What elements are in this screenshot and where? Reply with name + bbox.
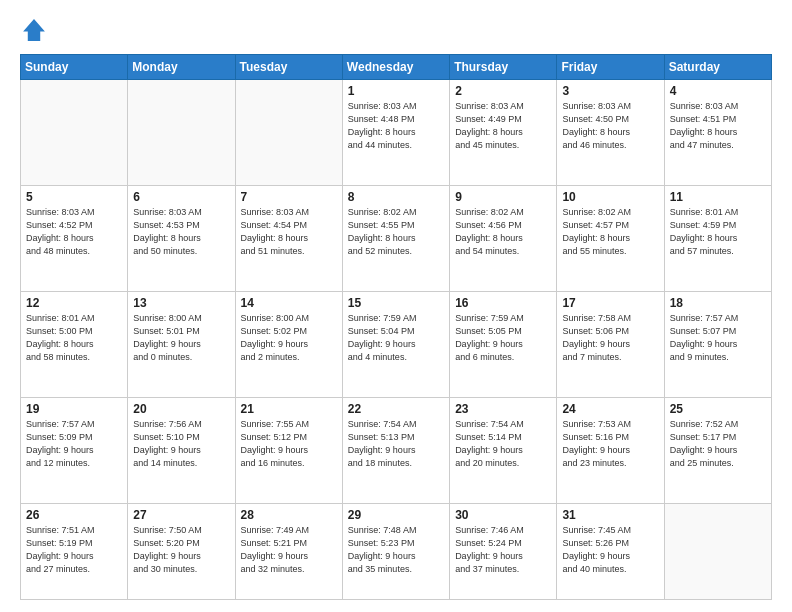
col-header-tuesday: Tuesday	[235, 55, 342, 80]
day-number: 16	[455, 296, 551, 310]
day-number: 11	[670, 190, 766, 204]
col-header-saturday: Saturday	[664, 55, 771, 80]
day-number: 21	[241, 402, 337, 416]
day-info: Sunrise: 8:03 AMSunset: 4:52 PMDaylight:…	[26, 206, 122, 258]
day-cell: 9Sunrise: 8:02 AMSunset: 4:56 PMDaylight…	[450, 185, 557, 291]
week-row-2: 5Sunrise: 8:03 AMSunset: 4:52 PMDaylight…	[21, 185, 772, 291]
day-cell: 15Sunrise: 7:59 AMSunset: 5:04 PMDayligh…	[342, 291, 449, 397]
day-cell: 7Sunrise: 8:03 AMSunset: 4:54 PMDaylight…	[235, 185, 342, 291]
day-number: 26	[26, 508, 122, 522]
day-cell: 1Sunrise: 8:03 AMSunset: 4:48 PMDaylight…	[342, 80, 449, 186]
day-cell	[235, 80, 342, 186]
day-info: Sunrise: 8:02 AMSunset: 4:56 PMDaylight:…	[455, 206, 551, 258]
day-number: 18	[670, 296, 766, 310]
day-info: Sunrise: 7:59 AMSunset: 5:05 PMDaylight:…	[455, 312, 551, 364]
day-number: 19	[26, 402, 122, 416]
col-header-monday: Monday	[128, 55, 235, 80]
day-cell: 8Sunrise: 8:02 AMSunset: 4:55 PMDaylight…	[342, 185, 449, 291]
day-number: 20	[133, 402, 229, 416]
day-cell: 4Sunrise: 8:03 AMSunset: 4:51 PMDaylight…	[664, 80, 771, 186]
day-cell: 28Sunrise: 7:49 AMSunset: 5:21 PMDayligh…	[235, 503, 342, 599]
column-headers: SundayMondayTuesdayWednesdayThursdayFrid…	[21, 55, 772, 80]
day-number: 8	[348, 190, 444, 204]
week-row-5: 26Sunrise: 7:51 AMSunset: 5:19 PMDayligh…	[21, 503, 772, 599]
day-cell: 6Sunrise: 8:03 AMSunset: 4:53 PMDaylight…	[128, 185, 235, 291]
col-header-friday: Friday	[557, 55, 664, 80]
day-info: Sunrise: 8:00 AMSunset: 5:02 PMDaylight:…	[241, 312, 337, 364]
day-info: Sunrise: 7:59 AMSunset: 5:04 PMDaylight:…	[348, 312, 444, 364]
day-number: 30	[455, 508, 551, 522]
day-info: Sunrise: 7:57 AMSunset: 5:09 PMDaylight:…	[26, 418, 122, 470]
day-cell: 31Sunrise: 7:45 AMSunset: 5:26 PMDayligh…	[557, 503, 664, 599]
col-header-thursday: Thursday	[450, 55, 557, 80]
day-number: 17	[562, 296, 658, 310]
day-number: 29	[348, 508, 444, 522]
day-number: 4	[670, 84, 766, 98]
day-cell: 27Sunrise: 7:50 AMSunset: 5:20 PMDayligh…	[128, 503, 235, 599]
day-cell: 2Sunrise: 8:03 AMSunset: 4:49 PMDaylight…	[450, 80, 557, 186]
day-info: Sunrise: 8:03 AMSunset: 4:50 PMDaylight:…	[562, 100, 658, 152]
day-cell: 13Sunrise: 8:00 AMSunset: 5:01 PMDayligh…	[128, 291, 235, 397]
day-info: Sunrise: 8:02 AMSunset: 4:55 PMDaylight:…	[348, 206, 444, 258]
day-number: 3	[562, 84, 658, 98]
logo-icon	[20, 16, 48, 44]
col-header-wednesday: Wednesday	[342, 55, 449, 80]
day-cell: 30Sunrise: 7:46 AMSunset: 5:24 PMDayligh…	[450, 503, 557, 599]
day-info: Sunrise: 7:57 AMSunset: 5:07 PMDaylight:…	[670, 312, 766, 364]
day-number: 10	[562, 190, 658, 204]
day-number: 13	[133, 296, 229, 310]
day-number: 2	[455, 84, 551, 98]
header	[20, 16, 772, 44]
day-cell: 18Sunrise: 7:57 AMSunset: 5:07 PMDayligh…	[664, 291, 771, 397]
day-number: 24	[562, 402, 658, 416]
day-cell: 10Sunrise: 8:02 AMSunset: 4:57 PMDayligh…	[557, 185, 664, 291]
day-info: Sunrise: 7:56 AMSunset: 5:10 PMDaylight:…	[133, 418, 229, 470]
day-info: Sunrise: 8:03 AMSunset: 4:51 PMDaylight:…	[670, 100, 766, 152]
day-cell: 12Sunrise: 8:01 AMSunset: 5:00 PMDayligh…	[21, 291, 128, 397]
day-number: 14	[241, 296, 337, 310]
week-row-4: 19Sunrise: 7:57 AMSunset: 5:09 PMDayligh…	[21, 397, 772, 503]
day-cell: 3Sunrise: 8:03 AMSunset: 4:50 PMDaylight…	[557, 80, 664, 186]
day-cell: 5Sunrise: 8:03 AMSunset: 4:52 PMDaylight…	[21, 185, 128, 291]
day-info: Sunrise: 8:03 AMSunset: 4:54 PMDaylight:…	[241, 206, 337, 258]
calendar-table: SundayMondayTuesdayWednesdayThursdayFrid…	[20, 54, 772, 600]
day-info: Sunrise: 7:49 AMSunset: 5:21 PMDaylight:…	[241, 524, 337, 576]
day-number: 6	[133, 190, 229, 204]
day-info: Sunrise: 7:46 AMSunset: 5:24 PMDaylight:…	[455, 524, 551, 576]
day-info: Sunrise: 7:50 AMSunset: 5:20 PMDaylight:…	[133, 524, 229, 576]
day-number: 1	[348, 84, 444, 98]
day-cell	[664, 503, 771, 599]
day-number: 23	[455, 402, 551, 416]
day-cell: 29Sunrise: 7:48 AMSunset: 5:23 PMDayligh…	[342, 503, 449, 599]
day-number: 27	[133, 508, 229, 522]
day-info: Sunrise: 8:01 AMSunset: 4:59 PMDaylight:…	[670, 206, 766, 258]
day-cell	[128, 80, 235, 186]
day-number: 22	[348, 402, 444, 416]
day-number: 5	[26, 190, 122, 204]
day-cell: 14Sunrise: 8:00 AMSunset: 5:02 PMDayligh…	[235, 291, 342, 397]
svg-marker-0	[23, 19, 45, 41]
day-number: 28	[241, 508, 337, 522]
day-info: Sunrise: 7:48 AMSunset: 5:23 PMDaylight:…	[348, 524, 444, 576]
day-info: Sunrise: 7:53 AMSunset: 5:16 PMDaylight:…	[562, 418, 658, 470]
day-cell: 23Sunrise: 7:54 AMSunset: 5:14 PMDayligh…	[450, 397, 557, 503]
day-cell: 22Sunrise: 7:54 AMSunset: 5:13 PMDayligh…	[342, 397, 449, 503]
col-header-sunday: Sunday	[21, 55, 128, 80]
day-number: 31	[562, 508, 658, 522]
day-cell: 24Sunrise: 7:53 AMSunset: 5:16 PMDayligh…	[557, 397, 664, 503]
day-info: Sunrise: 8:02 AMSunset: 4:57 PMDaylight:…	[562, 206, 658, 258]
day-info: Sunrise: 7:45 AMSunset: 5:26 PMDaylight:…	[562, 524, 658, 576]
logo	[20, 16, 52, 44]
day-cell: 25Sunrise: 7:52 AMSunset: 5:17 PMDayligh…	[664, 397, 771, 503]
day-info: Sunrise: 7:51 AMSunset: 5:19 PMDaylight:…	[26, 524, 122, 576]
day-cell: 21Sunrise: 7:55 AMSunset: 5:12 PMDayligh…	[235, 397, 342, 503]
day-number: 9	[455, 190, 551, 204]
day-number: 25	[670, 402, 766, 416]
week-row-3: 12Sunrise: 8:01 AMSunset: 5:00 PMDayligh…	[21, 291, 772, 397]
day-number: 7	[241, 190, 337, 204]
day-cell: 20Sunrise: 7:56 AMSunset: 5:10 PMDayligh…	[128, 397, 235, 503]
day-info: Sunrise: 8:03 AMSunset: 4:49 PMDaylight:…	[455, 100, 551, 152]
day-info: Sunrise: 7:54 AMSunset: 5:13 PMDaylight:…	[348, 418, 444, 470]
day-info: Sunrise: 7:55 AMSunset: 5:12 PMDaylight:…	[241, 418, 337, 470]
day-cell	[21, 80, 128, 186]
